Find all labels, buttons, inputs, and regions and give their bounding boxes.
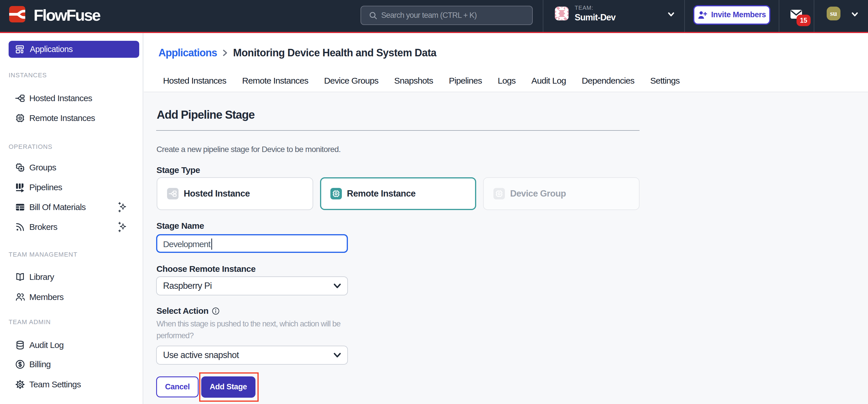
sidebar-item-remote-instances[interactable]: Remote Instances bbox=[0, 110, 143, 127]
breadcrumb: Applications Monitoring Device Health an… bbox=[158, 47, 436, 59]
search-input[interactable]: Search your team (CTRL + K) bbox=[361, 6, 533, 25]
form-description: Create a new pipeline stage for Device t… bbox=[156, 144, 341, 155]
members-icon bbox=[15, 292, 25, 302]
bill-of-materials-icon bbox=[15, 202, 25, 212]
search-placeholder: Search your team (CTRL + K) bbox=[381, 11, 477, 20]
sidebar-item-label: Team Settings bbox=[29, 380, 81, 389]
tab-device-groups[interactable]: Device Groups bbox=[324, 75, 378, 86]
sidebar-section-instances: INSTANCES bbox=[9, 71, 135, 79]
sidebar-item-applications[interactable]: Applications bbox=[9, 41, 139, 58]
navbar-divider bbox=[684, 0, 685, 32]
search-icon bbox=[369, 11, 378, 20]
stage-type-hosted-instance[interactable]: Hosted Instance bbox=[157, 177, 313, 210]
sidebar-section-team-admin: TEAM ADMIN bbox=[9, 318, 135, 326]
tab-settings[interactable]: Settings bbox=[650, 75, 680, 86]
stage-type-options: Hosted Instance Remote Instance Device bbox=[157, 177, 640, 210]
action-select[interactable]: Use active snapshot bbox=[156, 346, 348, 365]
stage-name-label: Stage Name bbox=[156, 220, 204, 232]
navbar-divider bbox=[814, 0, 814, 32]
remote-instance-value: Raspberry Pi bbox=[163, 281, 212, 291]
audit-log-icon bbox=[15, 340, 25, 350]
sidebar-item-label: Brokers bbox=[29, 222, 57, 232]
sidebar-section-team-management: TEAM MANAGEMENT bbox=[9, 251, 135, 258]
annotation-highlight-box bbox=[199, 372, 259, 402]
cancel-button[interactable]: Cancel bbox=[156, 376, 198, 397]
text-caret bbox=[211, 238, 212, 250]
device-group-icon bbox=[495, 190, 503, 198]
breadcrumb-chevron-icon bbox=[222, 49, 228, 57]
tab-snapshots[interactable]: Snapshots bbox=[394, 75, 433, 86]
navbar-divider bbox=[543, 0, 544, 32]
sidebar-item-label: Remote Instances bbox=[29, 113, 95, 123]
navbar-divider bbox=[779, 0, 779, 32]
sparkles-icon bbox=[118, 221, 127, 233]
stage-type-device-group-disabled[interactable]: Device Group bbox=[483, 177, 640, 210]
remote-instances-icon bbox=[15, 113, 25, 123]
page-title: Add Pipeline Stage bbox=[157, 107, 255, 122]
sidebar-item-team-settings[interactable]: Team Settings bbox=[0, 376, 143, 393]
stage-type-option-label: Remote Instance bbox=[347, 189, 415, 199]
select-action-row: Select Action bbox=[156, 305, 220, 317]
sidebar-item-hosted-instances[interactable]: Hosted Instances bbox=[0, 90, 143, 107]
sidebar-item-label: Groups bbox=[29, 163, 56, 172]
user-plus-icon bbox=[698, 11, 707, 19]
breadcrumb-current-page: Monitoring Device Health and System Data bbox=[233, 47, 436, 59]
sidebar-item-billing[interactable]: Billing bbox=[0, 356, 143, 373]
select-action-label: Select Action bbox=[156, 305, 208, 317]
navbar: FlowFuse Search your team (CTRL + K) bbox=[0, 0, 868, 32]
groups-icon bbox=[15, 162, 25, 173]
tab-pipelines[interactable]: Pipelines bbox=[449, 75, 482, 86]
library-icon bbox=[15, 272, 25, 282]
invite-members-button[interactable]: Invite Members bbox=[693, 5, 770, 25]
hosted-instances-icon bbox=[15, 93, 25, 104]
hosted-instance-icon bbox=[168, 190, 177, 198]
team-label: TEAM: bbox=[575, 4, 593, 11]
stage-type-option-label: Hosted Instance bbox=[184, 189, 250, 199]
team-name[interactable]: Sumit-Dev bbox=[575, 12, 615, 22]
user-avatar[interactable]: su bbox=[827, 7, 840, 20]
stage-type-label: Stage Type bbox=[156, 164, 200, 176]
title-divider bbox=[156, 130, 640, 131]
sidebar-item-groups[interactable]: Groups bbox=[0, 159, 143, 176]
sidebar-item-brokers[interactable]: Brokers bbox=[0, 219, 143, 236]
sidebar-item-label: Audit Log bbox=[29, 340, 64, 350]
info-icon[interactable] bbox=[212, 307, 220, 315]
brokers-icon bbox=[15, 222, 25, 232]
sidebar-item-label: Members bbox=[29, 292, 63, 302]
tab-bar: Hosted Instances Remote Instances Device… bbox=[163, 75, 680, 86]
team-settings-icon bbox=[15, 379, 25, 389]
choose-remote-instance-label: Choose Remote Instance bbox=[156, 263, 255, 275]
flowfuse-app: FlowFuse Search your team (CTRL + K) bbox=[0, 0, 868, 404]
sidebar-item-members[interactable]: Members bbox=[0, 288, 143, 306]
sidebar-item-bill-of-materials[interactable]: Bill Of Materials bbox=[0, 199, 143, 216]
sidebar-item-label: Pipelines bbox=[29, 182, 62, 192]
sidebar-section-operations: OPERATIONS bbox=[9, 143, 135, 150]
tab-dependencies[interactable]: Dependencies bbox=[582, 75, 634, 86]
team-avatar[interactable] bbox=[555, 7, 569, 20]
sparkles-icon bbox=[118, 201, 127, 213]
stage-name-input[interactable]: Development bbox=[156, 234, 348, 253]
sidebar-item-library[interactable]: Library bbox=[0, 268, 143, 286]
tab-audit-log[interactable]: Audit Log bbox=[531, 75, 566, 86]
brand-name[interactable]: FlowFuse bbox=[34, 6, 100, 24]
tab-remote-instances[interactable]: Remote Instances bbox=[242, 75, 308, 86]
sidebar-item-audit-log[interactable]: Audit Log bbox=[0, 337, 143, 354]
breadcrumb-applications-link[interactable]: Applications bbox=[158, 47, 217, 59]
team-chevron-down-icon[interactable] bbox=[668, 12, 674, 17]
sidebar-item-label: Library bbox=[29, 272, 54, 282]
flowfuse-logo-icon[interactable] bbox=[9, 6, 25, 22]
notification-badge[interactable]: 15 bbox=[797, 15, 811, 26]
tab-hosted-instances[interactable]: Hosted Instances bbox=[163, 75, 226, 86]
sidebar-item-label: Applications bbox=[30, 45, 73, 54]
sidebar-item-label: Hosted Instances bbox=[29, 93, 92, 103]
sidebar-item-label: Billing bbox=[29, 359, 51, 369]
tab-logs[interactable]: Logs bbox=[498, 75, 516, 86]
sidebar-item-pipelines[interactable]: Pipelines bbox=[0, 179, 143, 196]
user-chevron-down-icon[interactable] bbox=[851, 12, 858, 17]
remote-instance-select[interactable]: Raspberry Pi bbox=[156, 277, 348, 295]
hosted-instance-tile bbox=[167, 188, 179, 199]
pipelines-icon bbox=[15, 182, 25, 193]
stage-type-remote-instance-selected[interactable]: Remote Instance bbox=[320, 177, 476, 210]
stage-name-value: Development bbox=[163, 239, 210, 249]
select-action-help: When this stage is pushed to the next, w… bbox=[156, 318, 359, 341]
